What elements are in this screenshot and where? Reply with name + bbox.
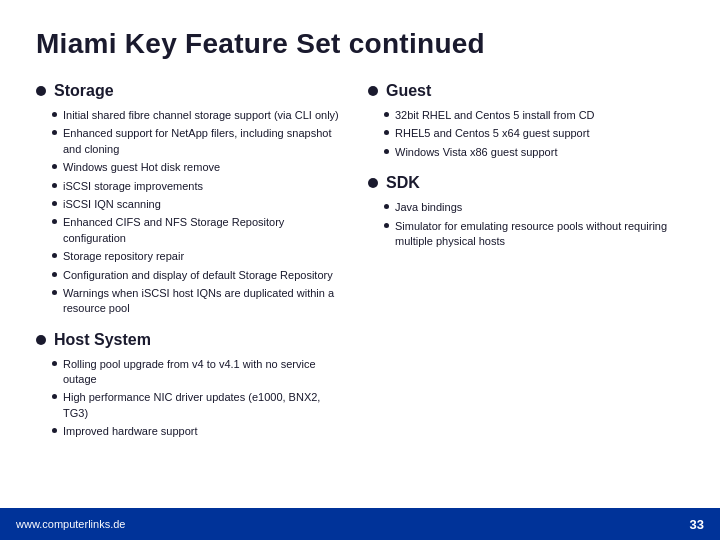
host-bullet [36,335,46,345]
slide-title: Miami Key Feature Set continued [36,28,684,60]
bottom-bar: www.computerlinks.de 33 [0,508,720,540]
sub-bullet-icon [52,183,57,188]
sub-bullet-icon [52,253,57,258]
list-item: High performance NIC driver updates (e10… [52,390,344,421]
sdk-list: Java bindings Simulator for emulating re… [384,200,684,249]
sub-bullet-icon [384,149,389,154]
list-item: Configuration and display of default Sto… [52,268,344,283]
slide: Miami Key Feature Set continued Storage … [0,0,720,540]
storage-bullet [36,86,46,96]
storage-section-header: Storage [36,82,344,100]
sdk-label: SDK [386,174,420,192]
list-item: Windows Vista x86 guest support [384,145,684,160]
sub-bullet-icon [384,130,389,135]
guest-label: Guest [386,82,431,100]
storage-list: Initial shared fibre channel storage sup… [52,108,344,317]
website-label: www.computerlinks.de [16,518,125,530]
host-label: Host System [54,331,151,349]
sub-bullet-icon [52,290,57,295]
list-item: Java bindings [384,200,684,215]
sub-bullet-icon [52,112,57,117]
sub-bullet-icon [52,201,57,206]
sub-bullet-icon [52,394,57,399]
host-section-header: Host System [36,331,344,349]
sub-bullet-icon [384,223,389,228]
list-item: Rolling pool upgrade from v4 to v4.1 wit… [52,357,344,388]
sdk-section-header: SDK [368,174,684,192]
list-item: Enhanced support for NetApp filers, incl… [52,126,344,157]
list-item: iSCSI storage improvements [52,179,344,194]
sub-bullet-icon [384,204,389,209]
sub-bullet-icon [384,112,389,117]
content-area: Storage Initial shared fibre channel sto… [36,78,684,446]
sub-bullet-icon [52,272,57,277]
storage-label: Storage [54,82,114,100]
guest-section-header: Guest [368,82,684,100]
host-list: Rolling pool upgrade from v4 to v4.1 wit… [52,357,344,440]
left-column: Storage Initial shared fibre channel sto… [36,78,360,446]
list-item: RHEL5 and Centos 5 x64 guest support [384,126,684,141]
list-item: iSCSI IQN scanning [52,197,344,212]
sdk-bullet [368,178,378,188]
list-item: Storage repository repair [52,249,344,264]
sub-bullet-icon [52,428,57,433]
page-number: 33 [690,517,704,532]
sub-bullet-icon [52,219,57,224]
list-item: 32bit RHEL and Centos 5 install from CD [384,108,684,123]
sub-bullet-icon [52,164,57,169]
sub-bullet-icon [52,130,57,135]
guest-list: 32bit RHEL and Centos 5 install from CD … [384,108,684,160]
sub-bullet-icon [52,361,57,366]
right-column: Guest 32bit RHEL and Centos 5 install fr… [360,78,684,446]
guest-bullet [368,86,378,96]
list-item: Improved hardware support [52,424,344,439]
list-item: Initial shared fibre channel storage sup… [52,108,344,123]
list-item: Warnings when iSCSI host IQNs are duplic… [52,286,344,317]
list-item: Simulator for emulating resource pools w… [384,219,684,250]
list-item: Windows guest Hot disk remove [52,160,344,175]
list-item: Enhanced CIFS and NFS Storage Repository… [52,215,344,246]
